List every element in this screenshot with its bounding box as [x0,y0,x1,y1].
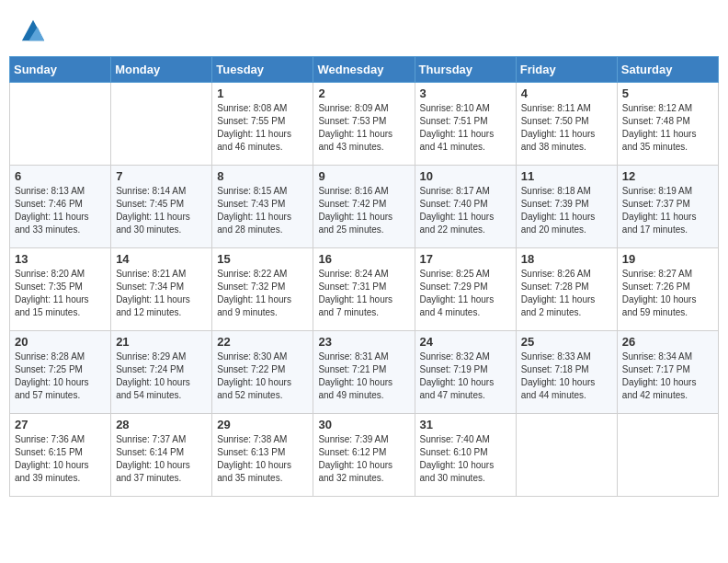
day-number: 27 [15,418,106,431]
calendar-day-cell [516,413,617,496]
calendar-week-row: 1Sunrise: 8:08 AMSunset: 7:55 PMDaylight… [10,82,719,165]
day-info: Sunrise: 8:29 AMSunset: 7:24 PMDaylight:… [116,350,207,402]
calendar-day-cell: 8Sunrise: 8:15 AMSunset: 7:43 PMDaylight… [212,165,313,247]
calendar-day-cell: 7Sunrise: 8:14 AMSunset: 7:45 PMDaylight… [111,165,212,247]
day-info: Sunrise: 8:33 AMSunset: 7:18 PMDaylight:… [521,350,612,402]
day-info: Sunrise: 7:39 AMSunset: 6:12 PMDaylight:… [318,433,409,485]
day-number: 18 [521,252,612,266]
day-number: 26 [622,335,713,349]
calendar-week-row: 27Sunrise: 7:36 AMSunset: 6:15 PMDayligh… [10,413,719,496]
calendar-day-cell: 27Sunrise: 7:36 AMSunset: 6:15 PMDayligh… [10,413,111,496]
weekday-header: Friday [516,56,617,82]
day-number: 8 [217,169,308,183]
calendar-day-cell: 23Sunrise: 8:31 AMSunset: 7:21 PMDayligh… [313,330,415,413]
day-info: Sunrise: 8:16 AMSunset: 7:42 PMDaylight:… [318,185,409,236]
day-number: 10 [420,169,511,183]
day-number: 12 [622,169,713,183]
day-number: 20 [15,335,106,349]
calendar-day-cell: 12Sunrise: 8:19 AMSunset: 7:37 PMDayligh… [617,165,718,247]
day-number: 11 [521,169,612,183]
weekday-header: Sunday [10,56,111,82]
day-info: Sunrise: 8:13 AMSunset: 7:46 PMDaylight:… [15,185,106,236]
day-number: 31 [420,418,511,431]
calendar-day-cell: 18Sunrise: 8:26 AMSunset: 7:28 PMDayligh… [516,247,617,330]
calendar-day-cell: 4Sunrise: 8:11 AMSunset: 7:50 PMDaylight… [516,82,617,165]
day-info: Sunrise: 8:20 AMSunset: 7:35 PMDaylight:… [15,268,106,319]
weekday-header: Saturday [617,56,718,82]
calendar-day-cell: 26Sunrise: 8:34 AMSunset: 7:17 PMDayligh… [617,330,718,413]
day-number: 19 [622,252,713,266]
day-info: Sunrise: 7:38 AMSunset: 6:13 PMDaylight:… [217,433,308,485]
calendar-day-cell [111,82,212,165]
calendar-day-cell: 17Sunrise: 8:25 AMSunset: 7:29 PMDayligh… [415,247,516,330]
day-number: 23 [318,335,409,349]
day-number: 5 [622,86,713,100]
calendar-day-cell: 21Sunrise: 8:29 AMSunset: 7:24 PMDayligh… [111,330,212,413]
calendar-day-cell [617,413,718,496]
day-info: Sunrise: 8:09 AMSunset: 7:53 PMDaylight:… [318,102,409,154]
day-number: 25 [521,335,612,349]
calendar-day-cell: 9Sunrise: 8:16 AMSunset: 7:42 PMDaylight… [313,165,415,247]
day-info: Sunrise: 8:22 AMSunset: 7:32 PMDaylight:… [217,268,308,319]
day-number: 29 [217,418,308,431]
day-info: Sunrise: 8:10 AMSunset: 7:51 PMDaylight:… [420,102,511,154]
day-info: Sunrise: 8:30 AMSunset: 7:22 PMDaylight:… [217,350,308,402]
calendar-day-cell: 28Sunrise: 7:37 AMSunset: 6:14 PMDayligh… [111,413,212,496]
calendar-day-cell: 29Sunrise: 7:38 AMSunset: 6:13 PMDayligh… [212,413,313,496]
day-info: Sunrise: 8:34 AMSunset: 7:17 PMDaylight:… [622,350,713,402]
day-info: Sunrise: 8:32 AMSunset: 7:19 PMDaylight:… [420,350,511,402]
day-number: 30 [318,418,409,431]
day-info: Sunrise: 8:11 AMSunset: 7:50 PMDaylight:… [521,102,612,154]
day-number: 22 [217,335,308,349]
calendar-day-cell: 13Sunrise: 8:20 AMSunset: 7:35 PMDayligh… [10,247,111,330]
weekday-header: Monday [111,56,212,82]
weekday-header: Wednesday [313,56,415,82]
calendar-day-cell: 30Sunrise: 7:39 AMSunset: 6:12 PMDayligh… [313,413,415,496]
calendar-day-cell: 14Sunrise: 8:21 AMSunset: 7:34 PMDayligh… [111,247,212,330]
calendar-day-cell: 24Sunrise: 8:32 AMSunset: 7:19 PMDayligh… [415,330,516,413]
weekday-header: Thursday [415,56,516,82]
day-number: 2 [318,86,409,100]
day-info: Sunrise: 8:27 AMSunset: 7:26 PMDaylight:… [622,268,713,319]
calendar-day-cell: 25Sunrise: 8:33 AMSunset: 7:18 PMDayligh… [516,330,617,413]
calendar-day-cell: 2Sunrise: 8:09 AMSunset: 7:53 PMDaylight… [313,82,415,165]
day-info: Sunrise: 7:36 AMSunset: 6:15 PMDaylight:… [15,433,106,485]
logo-icon [20,17,46,42]
day-number: 17 [420,252,511,266]
day-info: Sunrise: 8:18 AMSunset: 7:39 PMDaylight:… [521,185,612,236]
day-info: Sunrise: 8:24 AMSunset: 7:31 PMDaylight:… [318,268,409,319]
day-number: 13 [15,252,106,266]
calendar-week-row: 6Sunrise: 8:13 AMSunset: 7:46 PMDaylight… [10,165,719,247]
day-number: 9 [318,169,409,183]
day-number: 28 [116,418,207,431]
day-number: 1 [217,86,308,100]
day-info: Sunrise: 8:19 AMSunset: 7:37 PMDaylight:… [622,185,713,236]
calendar-day-cell: 10Sunrise: 8:17 AMSunset: 7:40 PMDayligh… [415,165,516,247]
day-info: Sunrise: 7:37 AMSunset: 6:14 PMDaylight:… [116,433,207,485]
weekday-header: Tuesday [212,56,313,82]
day-number: 16 [318,252,409,266]
day-info: Sunrise: 8:17 AMSunset: 7:40 PMDaylight:… [420,185,511,236]
day-info: Sunrise: 8:14 AMSunset: 7:45 PMDaylight:… [116,185,207,236]
calendar-day-cell: 15Sunrise: 8:22 AMSunset: 7:32 PMDayligh… [212,247,313,330]
calendar-table: SundayMondayTuesdayWednesdayThursdayFrid… [9,56,719,497]
weekday-header-row: SundayMondayTuesdayWednesdayThursdayFrid… [10,56,719,82]
day-info: Sunrise: 8:21 AMSunset: 7:34 PMDaylight:… [116,268,207,319]
day-number: 4 [521,86,612,100]
calendar-day-cell: 5Sunrise: 8:12 AMSunset: 7:48 PMDaylight… [617,82,718,165]
calendar-day-cell: 6Sunrise: 8:13 AMSunset: 7:46 PMDaylight… [10,165,111,247]
calendar-day-cell: 11Sunrise: 8:18 AMSunset: 7:39 PMDayligh… [516,165,617,247]
day-info: Sunrise: 8:12 AMSunset: 7:48 PMDaylight:… [622,102,713,154]
calendar-day-cell: 20Sunrise: 8:28 AMSunset: 7:25 PMDayligh… [10,330,111,413]
calendar-day-cell: 1Sunrise: 8:08 AMSunset: 7:55 PMDaylight… [212,82,313,165]
page-header [9,9,719,51]
day-number: 21 [116,335,207,349]
calendar-day-cell: 19Sunrise: 8:27 AMSunset: 7:26 PMDayligh… [617,247,718,330]
logo [18,17,46,47]
calendar-day-cell [10,82,111,165]
day-info: Sunrise: 7:40 AMSunset: 6:10 PMDaylight:… [420,433,511,485]
calendar-day-cell: 16Sunrise: 8:24 AMSunset: 7:31 PMDayligh… [313,247,415,330]
calendar-day-cell: 22Sunrise: 8:30 AMSunset: 7:22 PMDayligh… [212,330,313,413]
day-number: 24 [420,335,511,349]
day-number: 14 [116,252,207,266]
